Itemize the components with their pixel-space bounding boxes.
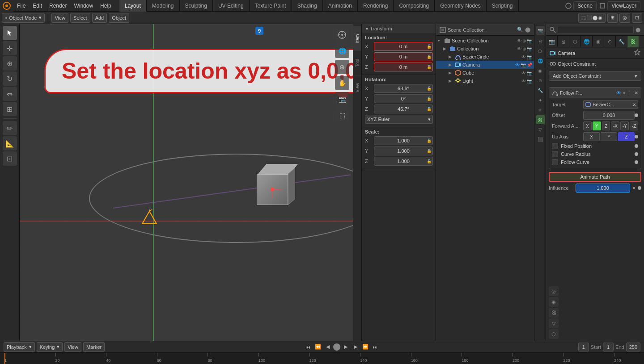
bezier-restrict-render[interactable]: 📷 xyxy=(527,54,532,59)
play-btn[interactable]: ▶ xyxy=(341,343,350,351)
outliner-item-light[interactable]: ▶ Light 👁 📷 xyxy=(436,77,534,85)
blender-logo[interactable] xyxy=(0,0,13,12)
expand-cube[interactable]: ▶ xyxy=(449,71,455,75)
overlay-btn[interactable]: ◎ xyxy=(619,13,630,23)
add-btn[interactable]: Add xyxy=(92,13,107,23)
viewport-shading-btn[interactable]: ⬚⬛⬤◉ xyxy=(578,13,606,23)
output-props-icon[interactable]: 🖨 xyxy=(536,37,545,46)
ws-scripting[interactable]: Scripting xyxy=(487,0,519,12)
loc-y-input[interactable]: 0 m 🔒 xyxy=(374,52,433,61)
col-restrict-select[interactable]: ⊕ xyxy=(522,46,526,51)
prop-tab-scene[interactable]: 🌐 xyxy=(581,36,593,47)
camera-pin[interactable]: 📌 xyxy=(527,63,532,67)
outliner-filter-icon[interactable]: ⬤ xyxy=(525,27,530,33)
follow-curve-checkbox[interactable] xyxy=(552,159,558,165)
expand-scene[interactable]: ▾ xyxy=(438,38,444,43)
select-tool[interactable] xyxy=(3,26,17,40)
ws-geometry-nodes[interactable]: Geometry Nodes xyxy=(435,0,487,12)
extra-icon-5[interactable]: ⬡ xyxy=(549,329,559,339)
influence-clear[interactable]: ✕ xyxy=(632,185,636,191)
cube-restrict-view[interactable]: 👁 xyxy=(521,71,526,75)
forward-z-btn[interactable]: Z xyxy=(602,121,610,130)
follow-path-expand[interactable]: ▾ xyxy=(623,91,625,96)
view-layer-name[interactable]: ViewLayer xyxy=(607,1,640,10)
ws-compositing[interactable]: Compositing xyxy=(394,0,435,12)
fp-offset-input[interactable]: 0.000 xyxy=(583,111,635,120)
end-frame[interactable]: 250 xyxy=(626,343,640,351)
ws-layout[interactable]: Layout xyxy=(119,0,147,12)
prop-tab-object[interactable]: ⊙ xyxy=(604,36,616,47)
timeline-ruler[interactable]: 120406080100120140160180200220240 xyxy=(0,352,644,364)
extra-icon-1[interactable]: ◎ xyxy=(549,286,559,296)
expand-bezier[interactable]: ▶ xyxy=(449,54,455,59)
light-restrict-view[interactable]: 👁 xyxy=(521,79,526,84)
forward-x-btn[interactable]: X xyxy=(583,121,592,130)
outliner-item-cube[interactable]: ▶ Cube 👁 📷 xyxy=(436,69,534,77)
material-props-icon[interactable]: ⬛ xyxy=(536,135,545,144)
rot-x-input[interactable]: 63.6° 🔒 xyxy=(374,84,433,93)
constraint-props-icon[interactable]: ⛓ xyxy=(536,115,545,124)
expand-light[interactable]: ▶ xyxy=(449,79,455,83)
rotate-tool[interactable]: ↻ xyxy=(3,71,17,86)
expand-collection[interactable]: ▶ xyxy=(443,46,449,51)
camera-restrict-render[interactable]: 📷 xyxy=(521,63,526,67)
fixed-position-checkbox[interactable] xyxy=(552,143,558,149)
menu-edit[interactable]: Edit xyxy=(29,0,46,12)
ws-sculpting[interactable]: Sculpting xyxy=(180,0,213,12)
prev-keyframe-btn[interactable]: ◀ xyxy=(323,343,332,351)
playback-btn[interactable]: Playback xyxy=(4,342,35,352)
render-icon[interactable]: ⬚ xyxy=(335,108,349,122)
scene-col-restrict-render[interactable]: 📷 xyxy=(527,38,532,43)
start-frame[interactable]: 1 xyxy=(603,343,614,351)
menu-help[interactable]: Help xyxy=(97,0,115,12)
move-tool[interactable]: ⊕ xyxy=(3,56,17,71)
scene-props-icon[interactable]: 🌐 xyxy=(536,56,545,65)
scale-y-input[interactable]: 1.000 🔒 xyxy=(374,146,433,155)
curve-radius-checkbox[interactable] xyxy=(552,151,558,157)
view-layer-props-icon[interactable]: ⬡ xyxy=(536,46,545,55)
up-y-btn[interactable]: Y xyxy=(601,132,617,141)
menu-render[interactable]: Render xyxy=(46,0,70,12)
scene-col-restrict-select[interactable]: ⊕ xyxy=(522,38,526,43)
zoom-fit-icon[interactable]: ⊕ xyxy=(335,60,349,74)
prop-tab-camera[interactable]: 📷 xyxy=(546,36,558,47)
camera-perspective-icon[interactable] xyxy=(335,28,349,42)
ws-uv-editing[interactable]: UV Editing xyxy=(213,0,250,12)
menu-window[interactable]: Window xyxy=(70,0,97,12)
forward-nz-btn[interactable]: -Z xyxy=(630,121,638,130)
outliner-item-camera[interactable]: ▶ Camera 👁 📷 📌 xyxy=(436,61,534,69)
fp-target-input[interactable]: BezierC... ✕ xyxy=(583,100,638,109)
cursor-tool[interactable]: ✛ xyxy=(3,41,17,55)
item-tab[interactable]: Item xyxy=(353,26,361,50)
ws-modeling[interactable]: Modeling xyxy=(147,0,180,12)
forward-nx-btn[interactable]: -X xyxy=(611,121,619,130)
up-z-btn[interactable]: Z xyxy=(618,132,635,141)
view-btn[interactable]: View xyxy=(51,13,68,23)
prop-tab-constraint[interactable]: ⛓ xyxy=(627,36,639,47)
select-btn[interactable]: Select xyxy=(70,13,90,23)
extra-icon-4[interactable]: ▽ xyxy=(549,318,559,328)
cube-restrict-render[interactable]: 📷 xyxy=(527,71,532,75)
menu-file[interactable]: File xyxy=(13,0,29,12)
transform-tool[interactable]: ⊞ xyxy=(3,102,17,116)
forward-y-btn[interactable]: Y xyxy=(593,121,601,130)
prop-tab-modifier[interactable]: 🔧 xyxy=(616,36,627,47)
outliner-item-scene-collection[interactable]: ▾ Scene Collection 👁 ⊕ 📷 xyxy=(436,37,534,45)
scale-tool[interactable]: ⇔ xyxy=(3,87,17,101)
ws-texture-paint[interactable]: Texture Paint xyxy=(250,0,292,12)
bezier-restrict-view[interactable]: 👁 xyxy=(521,54,526,59)
prev-frame-btn[interactable]: ⏪ xyxy=(314,343,322,351)
marker-btn[interactable]: Marker xyxy=(83,342,105,352)
extra-icon-2[interactable]: ◉ xyxy=(549,297,559,307)
euler-mode-select[interactable]: XYZ Euler ▾ xyxy=(365,115,433,124)
jump-start-btn[interactable]: ⏮ xyxy=(304,343,313,351)
next-keyframe-btn[interactable]: ▶ xyxy=(351,343,360,351)
ws-shading[interactable]: Shading xyxy=(292,0,323,12)
annotate-tool[interactable]: ✏ xyxy=(3,121,17,135)
prop-tab-layers[interactable]: ⬡ xyxy=(569,36,581,47)
scene-col-restrict-view[interactable]: 👁 xyxy=(517,38,521,43)
prop-tab-output[interactable]: 🖨 xyxy=(558,36,569,47)
col-restrict-render[interactable]: 📷 xyxy=(527,46,532,51)
add-cube-tool[interactable]: ⊡ xyxy=(3,151,17,166)
loc-z-input[interactable]: 0 m 🔒 xyxy=(374,63,433,71)
